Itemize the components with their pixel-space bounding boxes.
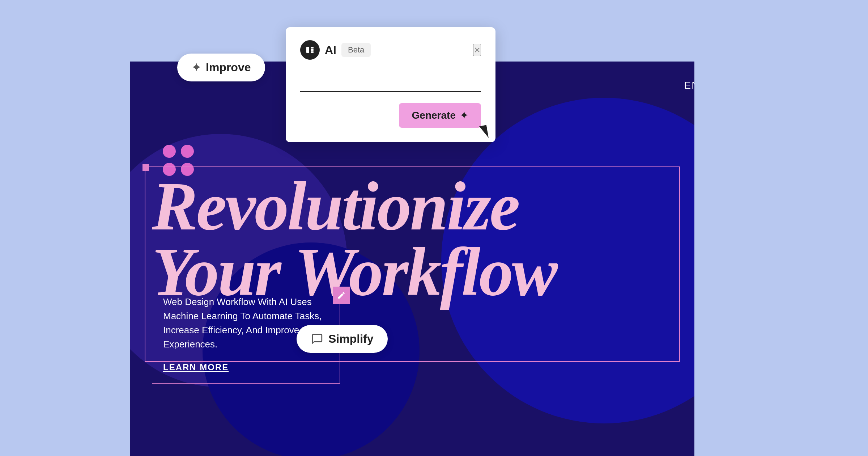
ai-dialog-header: AI Beta ×	[300, 40, 481, 60]
close-button[interactable]: ×	[473, 44, 481, 56]
headline-line1: Revolutionize	[152, 174, 673, 239]
svg-rect-1	[311, 47, 314, 48]
elementor-logo-circle	[300, 40, 320, 60]
improve-bubble[interactable]: ✦ Improve	[177, 54, 265, 81]
ai-label: AI	[325, 43, 336, 57]
grid-dot-1	[163, 145, 176, 158]
chat-icon	[311, 333, 323, 345]
ai-input-area	[300, 71, 481, 92]
cursor-pointer-icon	[479, 125, 489, 139]
simplify-bubble[interactable]: Simplify	[297, 325, 388, 353]
sparkle-icon: ✦	[192, 61, 201, 74]
learn-more-link[interactable]: LEARN MORE	[163, 362, 329, 372]
svg-rect-0	[306, 47, 309, 53]
pencil-icon	[337, 291, 346, 300]
generate-button[interactable]: Generate ✦	[399, 103, 481, 128]
nav-bar: ENT ABOUT	[684, 80, 694, 91]
nav-item-ent[interactable]: ENT	[684, 80, 694, 91]
svg-rect-2	[311, 49, 314, 51]
beta-badge: Beta	[341, 43, 371, 57]
ai-dialog-panel: AI Beta × Generate ✦	[286, 27, 495, 142]
generate-sparkle-icon: ✦	[460, 110, 468, 121]
improve-label: Improve	[206, 61, 251, 74]
grid-dot-2	[181, 145, 194, 158]
svg-rect-3	[311, 51, 314, 53]
ai-logo-area: AI Beta	[300, 40, 371, 60]
simplify-label: Simplify	[328, 332, 373, 346]
elementor-logo-icon	[305, 45, 315, 55]
ai-text-input[interactable]	[300, 71, 481, 88]
generate-label: Generate	[412, 110, 456, 121]
generate-button-area: Generate ✦	[300, 103, 481, 128]
edit-icon-button[interactable]	[333, 287, 350, 304]
